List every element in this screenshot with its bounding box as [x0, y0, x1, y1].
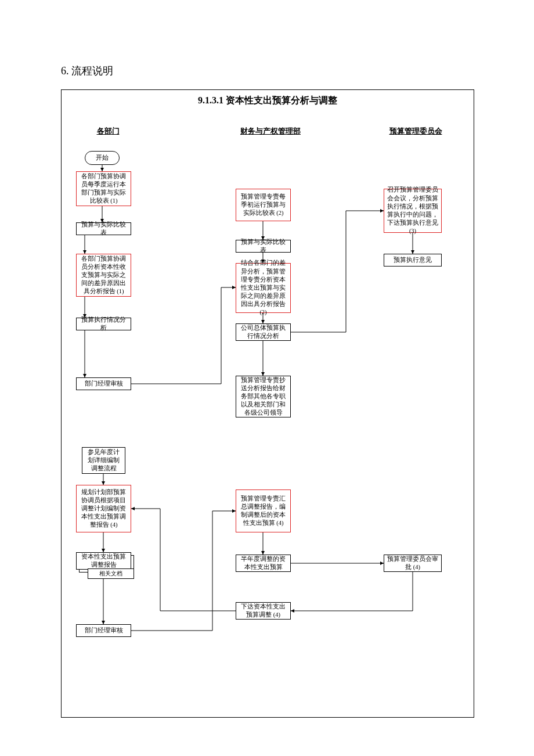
lane-header-dept: 各部门	[79, 126, 137, 136]
node-fin-compare: 预算与实际比较表	[236, 240, 291, 253]
node-start: 开始	[85, 151, 120, 165]
node-plan-adj: 规划计划部预算协调员根据项目调整计划编制资本性支出预算调整报告 (4)	[76, 485, 131, 532]
node-com-meet: 召开预算管理委员会会议，分析预算执行情况，根据预算执行中的问题，下达预算执行意见…	[384, 189, 442, 233]
lane-header-committee: 预算管理委员会	[375, 126, 456, 136]
node-com-appr: 预算管理委员会审批 (4)	[384, 555, 442, 572]
node-dept-exec: 预算执行情况分析	[76, 318, 131, 330]
node-fin-quarterly: 预算管理专责每季初运行预算与实际比较表 (2)	[236, 189, 291, 221]
lane-header-finance: 财务与产权管理部	[224, 126, 317, 136]
diagram-title: 9.1.3.1 资本性支出预算分析与调整	[62, 90, 474, 109]
node-dept-quarterly: 各部门预算协调员每季度运行本部门预算与实际比较表 (1)	[76, 171, 131, 206]
section-title: 6. 流程说明	[61, 64, 473, 78]
node-ref-annual: 参见年度计划详细编制调整流程	[82, 447, 125, 474]
node-dept-variance: 各部门预算协调员分析资本性收支预算与实际之间的差异原因出具分析报告 (1)	[76, 254, 131, 297]
node-send-rpt: 预算管理专责抄送分析报告给财务部其他各专职以及相关部门和各级公司领导	[236, 376, 291, 417]
node-dept-mgr2: 部门经理审核	[76, 624, 131, 637]
node-fin-variance: 结合各部门的差异分析，预算管理专责分析资本性支出预算与实际之间的差异原因出具分析…	[236, 263, 291, 313]
node-dept-compare: 预算与实际比较表	[76, 222, 131, 235]
node-rel-docs: 相关文档	[88, 568, 134, 579]
node-co-exec: 公司总体预算执行情况分析	[236, 323, 291, 341]
node-dept-mgr: 部门经理审核	[76, 377, 131, 390]
node-cap-adj-rpt: 资本性支出预算调整报告	[76, 552, 131, 570]
node-half-adj: 半年度调整的资本性支出预算	[236, 555, 291, 572]
node-fin-sum: 预算管理专责汇总调整报告，编制调整后的资本性支出预算 (4)	[236, 489, 291, 532]
flowchart-diagram: 9.1.3.1 资本性支出预算分析与调整 各部门 财务与产权管理部 预算管理委员…	[61, 89, 474, 718]
node-exec-op: 预算执行意见	[384, 254, 442, 267]
node-issue-adj: 下达资本性支出预算调整 (4)	[236, 602, 291, 620]
